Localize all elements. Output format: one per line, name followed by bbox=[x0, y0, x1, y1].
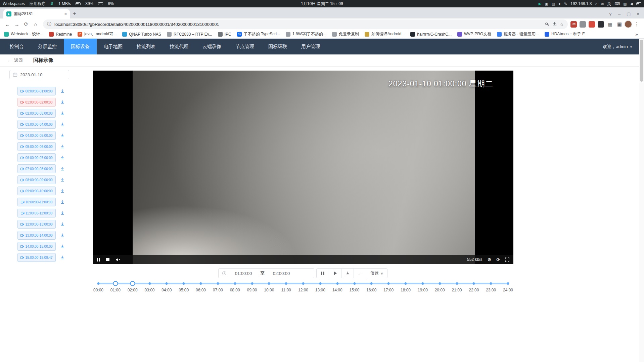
timeline-dot[interactable] bbox=[251, 282, 253, 285]
window-minimize-icon[interactable]: – bbox=[618, 11, 620, 16]
bookmark[interactable]: Webstack - 设计... bbox=[4, 31, 43, 37]
side-panel-icon[interactable]: ▣ bbox=[615, 19, 624, 29]
timeline-dot[interactable] bbox=[507, 282, 509, 285]
timeline-dot[interactable] bbox=[166, 282, 168, 285]
timeline-dot[interactable] bbox=[183, 282, 185, 285]
timeline-dot[interactable] bbox=[370, 282, 373, 285]
download-icon[interactable] bbox=[60, 177, 65, 182]
start-time-value[interactable]: 01:00:00 bbox=[228, 271, 259, 276]
mute-icon[interactable] bbox=[116, 257, 121, 262]
profile-avatar[interactable] bbox=[624, 20, 632, 28]
volume-icon[interactable]: ◀ bbox=[630, 2, 633, 6]
timeline-dot[interactable] bbox=[456, 282, 458, 285]
extension-icon[interactable]: JS bbox=[570, 21, 577, 28]
download-icon[interactable] bbox=[60, 244, 65, 249]
chat-icon[interactable]: ✉ bbox=[601, 2, 604, 6]
clipboard-icon[interactable]: ▤ bbox=[552, 2, 555, 6]
address-bar[interactable]: ⓘ localhost:38080/#/gbRecordDetail/34020… bbox=[43, 19, 568, 29]
segment-button[interactable]: 14:00:00-15:00:00 bbox=[17, 242, 56, 251]
segment-button[interactable]: 06:00:00-07:00:00 bbox=[17, 153, 56, 162]
download-button[interactable] bbox=[341, 268, 354, 278]
extensions-puzzle-icon[interactable]: ▦ bbox=[605, 19, 615, 29]
timeline-dot[interactable] bbox=[234, 282, 236, 285]
timeline-handle[interactable] bbox=[130, 281, 135, 286]
bookmark[interactable]: Redmine bbox=[49, 32, 72, 37]
download-icon[interactable] bbox=[60, 222, 65, 227]
bookmark-star-icon[interactable]: ☆ bbox=[560, 22, 564, 27]
speed-dropdown[interactable]: 倍速 ∨ bbox=[366, 268, 387, 278]
reload-button[interactable]: ⟳ bbox=[21, 19, 31, 29]
play-button[interactable] bbox=[329, 268, 341, 278]
date-picker[interactable]: 2023-01-10 bbox=[9, 70, 69, 79]
extension-icon[interactable] bbox=[580, 21, 586, 28]
browser-tab[interactable]: ▶ 国标28181 × bbox=[3, 9, 70, 18]
player-settings-icon[interactable]: ⚙ bbox=[487, 257, 491, 262]
forward-button[interactable]: → bbox=[12, 19, 21, 29]
segment-button[interactable]: 08:00:00-09:00:00 bbox=[17, 175, 56, 184]
player-refresh-icon[interactable]: ⟳ bbox=[496, 257, 500, 262]
home-button[interactable]: ⌂ bbox=[31, 19, 40, 29]
segment-button[interactable]: 15:00:00-15:09:47 bbox=[17, 253, 56, 262]
extension-icon[interactable] bbox=[598, 21, 604, 28]
tray-battery-icon[interactable] bbox=[636, 2, 641, 5]
input-language[interactable]: 英 bbox=[607, 1, 611, 7]
applications-button[interactable]: 应用程序 bbox=[30, 1, 46, 7]
segment-button[interactable]: 03:00:00-04:00:00 bbox=[17, 120, 56, 129]
back-link[interactable]: ← 返回 bbox=[7, 57, 23, 64]
download-icon[interactable] bbox=[60, 233, 65, 238]
download-icon[interactable] bbox=[60, 111, 65, 116]
new-tab-button[interactable]: + bbox=[70, 9, 79, 18]
bookmark[interactable]: 知 了不起的 TypeScri... bbox=[237, 31, 280, 37]
scrollbar-thumb[interactable] bbox=[640, 40, 643, 82]
keyboard-icon[interactable]: ⌨ bbox=[614, 2, 620, 6]
status-dot-icon[interactable]: ● bbox=[558, 2, 561, 6]
segment-button[interactable]: 05:00:00-06:00:00 bbox=[17, 142, 56, 151]
site-info-icon[interactable]: ⓘ bbox=[47, 21, 51, 27]
download-icon[interactable] bbox=[60, 122, 65, 127]
back-button[interactable]: ← bbox=[3, 19, 12, 29]
nav-tab[interactable]: 节点管理 bbox=[228, 39, 261, 54]
download-icon[interactable] bbox=[60, 189, 65, 193]
segment-button[interactable]: 02:00:00-03:00:00 bbox=[17, 109, 56, 118]
timeline-dot[interactable] bbox=[439, 282, 441, 285]
download-icon[interactable] bbox=[60, 255, 65, 260]
screenshot-icon[interactable]: ▣ bbox=[545, 2, 548, 6]
download-icon[interactable] bbox=[60, 211, 65, 215]
tools-icon[interactable]: ✎ bbox=[564, 2, 567, 6]
download-icon[interactable] bbox=[60, 133, 65, 138]
cursor-icon[interactable]: ▶ bbox=[539, 2, 541, 6]
fullscreen-icon[interactable] bbox=[505, 257, 509, 262]
home-icon[interactable]: ⌂ bbox=[595, 2, 597, 6]
time-range-input[interactable]: 01:00:00 至 02:00:00 bbox=[218, 268, 314, 278]
tab-search-icon[interactable]: ∨ bbox=[609, 11, 612, 16]
nav-tab[interactable]: 云端录像 bbox=[195, 39, 228, 54]
seek-back-button[interactable]: ← bbox=[354, 268, 366, 278]
bookmark[interactable]: 如何编译Android... bbox=[365, 31, 405, 37]
pause-button[interactable] bbox=[316, 268, 329, 278]
timeline-dot[interactable] bbox=[353, 282, 356, 285]
tab-close-icon[interactable]: × bbox=[64, 11, 67, 16]
user-menu[interactable]: 欢迎，admin ∨ bbox=[603, 44, 639, 50]
segment-button[interactable]: 07:00:00-08:00:00 bbox=[17, 164, 56, 173]
browser-menu-icon[interactable]: ⋮ bbox=[632, 21, 641, 27]
bookmark[interactable]: C java、android可... bbox=[78, 31, 117, 37]
timeline-slider[interactable]: 00:0001:0002:0003:0004:0005:0006:0007:00… bbox=[98, 280, 508, 295]
timeline-dot[interactable] bbox=[473, 282, 475, 285]
segment-button[interactable]: 01:00:00-02:00:00 bbox=[17, 98, 56, 107]
timeline-dot[interactable] bbox=[97, 282, 100, 285]
nav-tab[interactable]: 控制台 bbox=[3, 39, 31, 54]
segment-button[interactable]: 13:00:00-14:00:00 bbox=[17, 231, 56, 240]
timeline-dot[interactable] bbox=[387, 282, 390, 285]
nav-tab[interactable]: 推流列表 bbox=[130, 39, 163, 54]
bookmark[interactable]: 服务器 - 轻量应用... bbox=[497, 31, 539, 37]
download-icon[interactable] bbox=[60, 144, 65, 149]
nav-tab[interactable]: 国标设备 bbox=[64, 39, 97, 54]
timeline-dot[interactable] bbox=[285, 282, 287, 285]
bookmark[interactable]: hairrrrr/C-CrashC... bbox=[410, 32, 452, 37]
nav-tab[interactable]: 用户管理 bbox=[294, 39, 327, 54]
window-close-icon[interactable]: × bbox=[637, 11, 639, 16]
timeline-dot[interactable] bbox=[405, 282, 407, 285]
segment-button[interactable]: 09:00:00-10:00:00 bbox=[17, 187, 56, 195]
bookmark[interactable]: QNAP Turbo NAS bbox=[122, 32, 161, 37]
window-maximize-icon[interactable]: ▢ bbox=[627, 11, 631, 16]
